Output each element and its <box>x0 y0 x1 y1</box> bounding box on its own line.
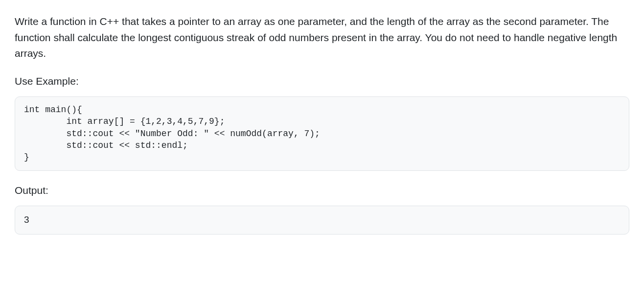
problem-description: Write a function in C++ that takes a poi… <box>15 14 629 62</box>
output-block: 3 <box>15 206 629 235</box>
code-example-block: int main(){ int array[] = {1,2,3,4,5,7,9… <box>15 96 629 170</box>
use-example-heading: Use Example: <box>15 73 629 89</box>
output-heading: Output: <box>15 183 629 198</box>
